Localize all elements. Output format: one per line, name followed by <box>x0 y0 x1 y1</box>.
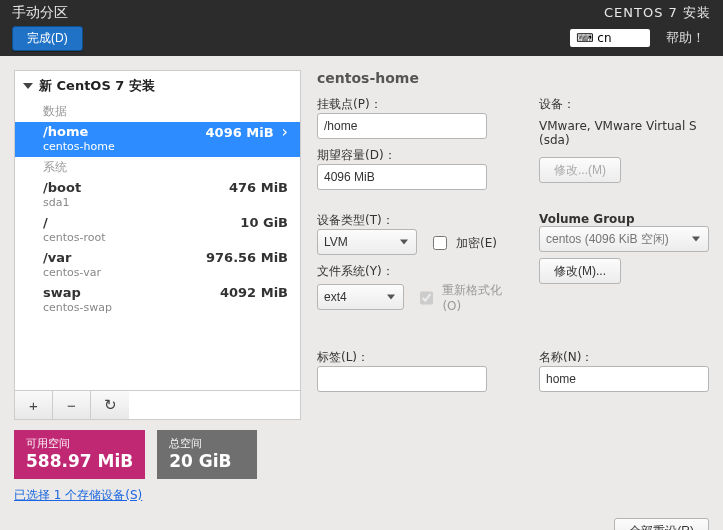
device-type-select[interactable]: LVM <box>317 229 417 255</box>
volume-group-select[interactable]: centos (4096 KiB 空闲) <box>539 226 709 252</box>
device-heading: 设备： <box>539 96 709 113</box>
tree-root-label: 新 CentOS 7 安装 <box>39 77 155 95</box>
partition-size: 976.56 MiB <box>206 250 288 265</box>
section-system: 系统 <box>15 157 300 178</box>
add-partition-button[interactable]: + <box>15 391 53 419</box>
mountpoint-label: 挂载点(P)： <box>317 96 517 113</box>
name-input[interactable] <box>539 366 709 392</box>
partition-row-var[interactable]: /var centos-var 976.56 MiB <box>15 248 300 283</box>
filesystem-label: 文件系统(Y)： <box>317 263 517 280</box>
device-name-text: VMware, VMware Virtual S (sda) <box>539 119 709 147</box>
partition-row-home[interactable]: /home centos-home 4096 MiB › <box>15 122 300 157</box>
tree-root[interactable]: 新 CentOS 7 安装 <box>15 71 300 101</box>
partition-size: 10 GiB <box>240 215 288 230</box>
installer-title: CENTOS 7 安装 <box>604 4 711 22</box>
reset-all-button[interactable]: 全部重设(R) <box>614 518 709 530</box>
keyboard-layout-text: cn <box>597 31 611 45</box>
partition-mount: /boot <box>43 180 81 195</box>
total-space-label: 总空间 <box>169 436 245 451</box>
partition-mount: / <box>43 215 106 230</box>
done-button[interactable]: 完成(D) <box>12 26 83 51</box>
reformat-label: 重新格式化(O) <box>442 282 517 313</box>
top-bar: 手动分区 完成(D) CENTOS 7 安装 ⌨ cn 帮助！ <box>0 0 723 56</box>
page-title: 手动分区 <box>12 4 83 22</box>
tag-input[interactable] <box>317 366 487 392</box>
partition-device: centos-root <box>43 231 106 244</box>
partition-size: 476 MiB <box>229 180 288 195</box>
encrypt-label: 加密(E) <box>456 235 497 252</box>
remove-partition-button[interactable]: − <box>53 391 91 419</box>
chevron-right-icon: › <box>282 124 288 140</box>
total-space-card: 总空间 20 GiB <box>157 430 257 479</box>
tag-label: 标签(L)： <box>317 349 517 366</box>
reload-button[interactable]: ↻ <box>91 391 129 419</box>
name-label: 名称(N)： <box>539 349 709 366</box>
keyboard-icon: ⌨ <box>576 31 593 45</box>
capacity-label: 期望容量(D)： <box>317 147 517 164</box>
filesystem-select[interactable]: ext4 <box>317 284 404 310</box>
device-type-label: 设备类型(T)： <box>317 212 517 229</box>
tree-toolbar: + − ↻ <box>15 390 300 419</box>
encrypt-checkbox[interactable] <box>433 236 447 250</box>
mountpoint-input[interactable] <box>317 113 487 139</box>
partition-size: 4096 MiB <box>206 125 274 140</box>
reformat-checkbox <box>420 291 433 305</box>
partition-device: centos-swap <box>43 301 112 314</box>
partition-size: 4092 MiB <box>220 285 288 300</box>
partition-row-root[interactable]: / centos-root 10 GiB <box>15 213 300 248</box>
volume-group-modify-button[interactable]: 修改(M)... <box>539 258 621 284</box>
available-space-value: 588.97 MiB <box>26 451 133 471</box>
partition-device: sda1 <box>43 196 81 209</box>
partition-device: centos-home <box>43 140 115 153</box>
partition-mount: /var <box>43 250 101 265</box>
partition-mount: swap <box>43 285 112 300</box>
total-space-value: 20 GiB <box>169 451 245 471</box>
storage-devices-link[interactable]: 已选择 1 个存储设备(S) <box>14 487 142 504</box>
partition-tree: 新 CentOS 7 安装 数据 /home centos-home 4096 … <box>14 70 301 420</box>
section-data: 数据 <box>15 101 300 122</box>
keyboard-indicator[interactable]: ⌨ cn <box>570 29 650 47</box>
detail-heading: centos-home <box>317 70 709 86</box>
available-space-label: 可用空间 <box>26 436 133 451</box>
volume-group-heading: Volume Group <box>539 212 709 226</box>
partition-device: centos-var <box>43 266 101 279</box>
chevron-down-icon <box>23 83 33 89</box>
partition-row-swap[interactable]: swap centos-swap 4092 MiB <box>15 283 300 318</box>
available-space-card: 可用空间 588.97 MiB <box>14 430 145 479</box>
partition-mount: /home <box>43 124 115 139</box>
modify-device-button: 修改...(M) <box>539 157 621 183</box>
partition-row-boot[interactable]: /boot sda1 476 MiB <box>15 178 300 213</box>
help-button[interactable]: 帮助！ <box>660 28 711 48</box>
capacity-input[interactable] <box>317 164 487 190</box>
